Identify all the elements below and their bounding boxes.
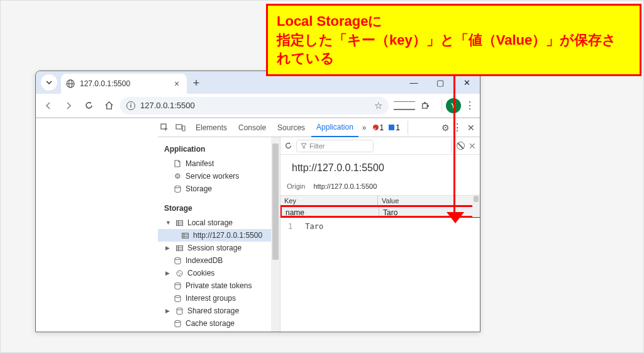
tab-close-button[interactable]: × [172, 79, 182, 89]
sidebar-label: Manifest [186, 159, 214, 168]
site-info-icon[interactable]: i [126, 101, 135, 110]
sidebar-item-local-storage[interactable]: ▼ Local storage [158, 216, 280, 229]
sidebar-item-indexeddb[interactable]: IndexedDB [158, 254, 280, 267]
browser-window: 127.0.0.1:5500 × + — ▢ ✕ i 127.0.0.1:550… [35, 70, 480, 332]
devtools-panel: Elements Console Sources Application » 1… [36, 118, 480, 332]
application-sidebar: Application Manifest ⚙ Service workers S… [158, 137, 280, 332]
tabs-overflow-button[interactable]: » [360, 123, 369, 132]
tab-title: 127.0.0.1:5500 [80, 79, 167, 88]
sidebar-item-storage[interactable]: Storage [158, 182, 280, 195]
funnel-icon [301, 143, 307, 149]
devtools-main: Elements Console Sources Application » 1… [158, 118, 480, 332]
tab-sources[interactable]: Sources [272, 118, 310, 137]
svg-rect-5 [182, 126, 185, 131]
database-icon [173, 320, 182, 327]
kv-cell-key[interactable]: name [282, 207, 379, 216]
svg-point-21 [178, 272, 179, 273]
svg-point-26 [177, 308, 182, 310]
storage-content: Filter ✕ http://127.0.0.1:5500 Origin ht… [280, 137, 480, 332]
info-count: 1 [396, 123, 400, 132]
grid-icon [180, 232, 189, 239]
clear-all-icon[interactable] [457, 142, 465, 150]
svg-rect-11 [182, 233, 188, 238]
toolbar-divider [451, 139, 452, 153]
refresh-icon[interactable] [284, 142, 292, 150]
origin-value: http://127.0.0.1:5500 [313, 182, 377, 190]
filter-input[interactable]: Filter [296, 140, 374, 152]
svg-point-19 [175, 257, 180, 259]
extensions-button[interactable] [420, 101, 438, 110]
error-badge[interactable]: 1 [373, 123, 384, 132]
nav-home-button[interactable] [100, 97, 118, 115]
sidebar-label: Shared storage [187, 306, 239, 315]
sidebar-label: Local storage [187, 218, 233, 227]
grid-icon [175, 219, 184, 227]
content-toolbar: Filter ✕ [280, 137, 480, 155]
sidebar-item-service-workers[interactable]: ⚙ Service workers [158, 170, 280, 182]
database-icon [173, 185, 182, 193]
sidebar-item-local-storage-origin[interactable]: http://127.0.0.1:5500 [158, 229, 280, 242]
svg-rect-7 [176, 220, 182, 225]
database-icon [173, 282, 182, 289]
device-toolbar-icon[interactable] [175, 124, 189, 132]
devtools-settings-icon[interactable]: ⚙ [441, 123, 450, 133]
info-badge[interactable]: 1 [389, 123, 400, 132]
gear-small-icon: ⚙ [173, 172, 182, 180]
sidebar-section-application: Application [158, 141, 280, 157]
sidebar-item-session-storage[interactable]: ▶ Session storage [158, 242, 280, 254]
tab-search-button[interactable] [41, 74, 57, 91]
sidebar-item-manifest[interactable]: Manifest [158, 157, 280, 170]
svg-rect-4 [176, 125, 182, 129]
tab-console[interactable]: Console [233, 118, 271, 137]
devtools-tabbar: Elements Console Sources Application » 1… [158, 118, 480, 137]
kv-table-empty-area: 1 Taro [280, 218, 480, 332]
address-bar[interactable]: i 127.0.0.1:5500 ☆ [120, 97, 389, 115]
svg-point-20 [177, 271, 182, 276]
triangle-down-icon: ▼ [165, 220, 171, 226]
sidebar-label: Private state tokens [186, 281, 252, 290]
tab-application[interactable]: Application [311, 118, 358, 137]
sidebar-item-shared-storage[interactable]: ▶ Shared storage [158, 305, 280, 317]
nav-reload-button[interactable] [80, 97, 97, 115]
chrome-menu-button[interactable]: ⋮ [464, 99, 476, 111]
tab-elements[interactable]: Elements [191, 118, 232, 137]
annotation-arrow-head [447, 212, 464, 223]
sidebar-scrollbar[interactable] [271, 137, 280, 332]
annotation-line1: Local Storageに [277, 12, 631, 31]
preview-line-number: 1 [288, 222, 301, 231]
tabbar-divider [408, 121, 408, 135]
devtools-close-button[interactable]: ✕ [467, 123, 475, 133]
sidebar-item-interest-groups[interactable]: Interest groups [158, 292, 280, 305]
delete-icon[interactable]: ✕ [469, 141, 476, 151]
extensions-placeholder-icon[interactable] [394, 101, 415, 110]
cookie-icon [175, 269, 184, 277]
nav-forward-button[interactable] [60, 97, 77, 115]
preview-value: Taro [305, 222, 323, 231]
svg-point-6 [175, 186, 180, 188]
sidebar-section-storage: Storage [158, 200, 280, 216]
annotation-callout: Local Storageに 指定した「キー（key）」と「値（Value）」が… [266, 4, 641, 76]
page-viewport [36, 118, 158, 332]
triangle-right-icon: ▶ [165, 270, 171, 276]
origin-row: Origin http://127.0.0.1:5500 [280, 180, 480, 196]
sidebar-label: Session storage [187, 244, 242, 252]
nav-back-button[interactable] [40, 97, 57, 115]
new-tab-button[interactable]: + [187, 77, 206, 90]
browser-tab[interactable]: 127.0.0.1:5500 × [61, 74, 187, 94]
toolbar: i 127.0.0.1:5500 ☆ Y ⋮ [36, 94, 480, 118]
svg-point-25 [175, 295, 180, 297]
table-scrollbar[interactable] [472, 194, 480, 217]
inspect-element-icon[interactable] [160, 123, 174, 132]
svg-point-23 [179, 274, 180, 276]
sidebar-item-private-state-tokens[interactable]: Private state tokens [158, 279, 280, 292]
sidebar-item-cache-storage[interactable]: Cache storage [158, 317, 280, 330]
bookmark-star-icon[interactable]: ☆ [374, 100, 382, 111]
devtools-menu-button[interactable]: ⋮ [451, 121, 464, 133]
filter-placeholder: Filter [309, 142, 325, 150]
document-icon [173, 160, 182, 167]
error-count: 1 [380, 123, 384, 132]
annotation-arrow-line [453, 59, 455, 216]
sidebar-label: Cache storage [186, 319, 235, 328]
svg-point-24 [175, 283, 180, 284]
sidebar-item-cookies[interactable]: ▶ Cookies [158, 267, 280, 279]
